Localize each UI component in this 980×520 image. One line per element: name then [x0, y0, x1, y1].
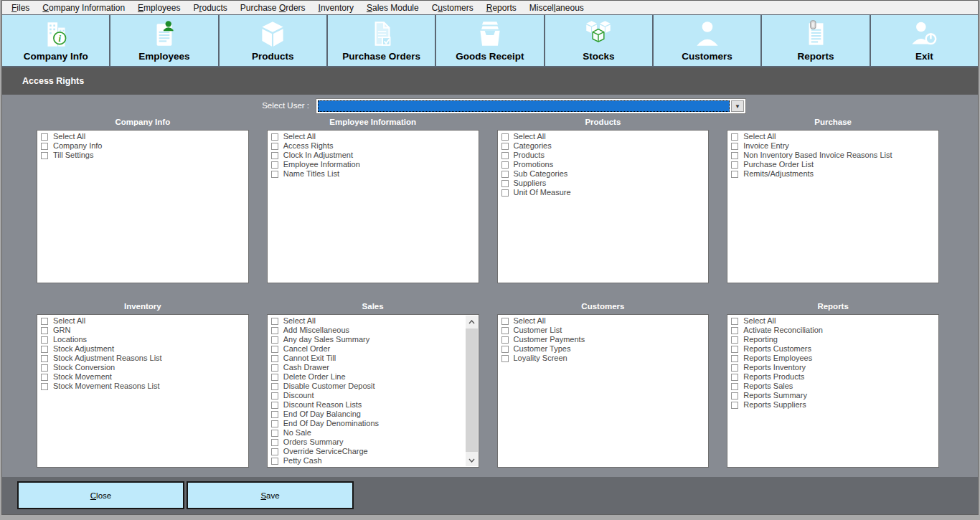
checkbox[interactable] [501, 180, 509, 187]
checkbox-item[interactable]: Sub Categories [498, 169, 709, 179]
checkbox[interactable] [731, 133, 738, 141]
checkbox[interactable] [271, 336, 278, 344]
chevron-down-icon[interactable]: ▼ [731, 100, 744, 112]
checkbox[interactable] [271, 133, 278, 141]
checkbox-item[interactable]: Orders Summary [268, 438, 479, 447]
checkbox[interactable] [501, 143, 509, 150]
menu-item-customers[interactable]: Customers [425, 1, 480, 14]
checkbox-item[interactable]: Cancel Order [268, 344, 479, 354]
scrollbar[interactable] [466, 316, 478, 466]
checkbox[interactable] [731, 143, 738, 150]
checkbox[interactable] [41, 364, 48, 372]
checkbox-item[interactable]: Delete Order Line [268, 372, 479, 382]
menu-item-reports[interactable]: Reports [480, 1, 523, 14]
checkbox-item[interactable]: Access Rights [268, 141, 479, 151]
checkbox[interactable] [731, 383, 738, 390]
checkbox[interactable] [41, 346, 48, 353]
checkbox[interactable] [501, 346, 509, 353]
checkbox[interactable] [41, 336, 48, 344]
checkbox-item[interactable]: Add Miscellaneous [268, 326, 479, 335]
checkbox-item[interactable]: Petty Cash [268, 456, 479, 465]
checkbox-item[interactable]: Override ServiceCharge [268, 447, 479, 456]
checkbox[interactable] [41, 152, 48, 159]
checkbox-item[interactable]: Select All [727, 132, 938, 141]
checkbox[interactable] [501, 133, 509, 141]
menu-item-company-information[interactable]: Company Information [36, 1, 131, 14]
checkbox[interactable] [731, 161, 738, 169]
checkbox[interactable] [271, 364, 278, 372]
checkbox-item[interactable]: Stock Conversion [37, 363, 248, 372]
checkbox[interactable] [501, 318, 509, 325]
checkbox-item[interactable]: Discount [268, 391, 479, 400]
toolbar-button-goods-receipt[interactable]: Goods Receipt [436, 15, 545, 66]
checkbox[interactable] [271, 402, 278, 409]
checkbox-item[interactable]: Promotions [498, 160, 709, 169]
checkbox[interactable] [731, 346, 738, 353]
checkbox[interactable] [501, 171, 509, 178]
checkbox[interactable] [41, 383, 48, 390]
select-user-combobox[interactable]: ▼ [316, 98, 746, 114]
checkbox[interactable] [271, 383, 278, 390]
toolbar-button-customers[interactable]: Customers [654, 15, 762, 66]
toolbar-button-stocks[interactable]: Stocks [545, 15, 654, 66]
checkbox[interactable] [271, 152, 278, 159]
menu-item-sales-module[interactable]: Sales Module [360, 1, 425, 14]
checkbox-item[interactable]: Reports Customers [727, 344, 938, 354]
checkbox[interactable] [271, 327, 278, 334]
checkbox-item[interactable]: Customer Payments [498, 335, 709, 344]
checkbox[interactable] [271, 161, 278, 169]
checkbox-item[interactable]: Employee Information [268, 160, 479, 169]
checkbox-item[interactable]: Disable Customer Deposit [268, 382, 479, 391]
toolbar-button-employees[interactable]: Employees [110, 15, 219, 66]
checkbox[interactable] [731, 336, 738, 344]
checkbox-item[interactable]: Customer List [498, 326, 709, 335]
checkbox[interactable] [501, 327, 509, 334]
checkbox[interactable] [271, 355, 278, 362]
menu-item-purchase-orders[interactable]: Purchase Orders [234, 1, 312, 14]
checkbox-item[interactable]: End Of Day Balancing [268, 410, 479, 419]
checkbox[interactable] [271, 411, 278, 418]
checkbox-item[interactable]: Reports Products [727, 372, 938, 382]
checkbox-item[interactable]: Reports Summary [727, 391, 938, 400]
checkbox-item[interactable]: Cash Drawer [268, 363, 479, 372]
close-button[interactable]: Close [17, 481, 184, 509]
checkbox[interactable] [731, 318, 738, 325]
checkbox[interactable] [271, 346, 278, 353]
checkbox[interactable] [41, 318, 48, 325]
toolbar-button-purchase-orders[interactable]: Purchase Orders [328, 15, 436, 66]
checkbox-item[interactable]: Categories [498, 141, 709, 151]
checkbox-item[interactable]: Reports Suppliers [727, 400, 938, 410]
checkbox-item[interactable]: Invoice Entry [727, 141, 938, 151]
checkbox[interactable] [41, 143, 48, 150]
checkbox-item[interactable]: No Sale [268, 428, 479, 438]
checkbox-item[interactable]: GRN [37, 326, 248, 335]
checkbox-item[interactable]: Select All [727, 316, 938, 326]
checkbox-item[interactable]: Select All [498, 316, 709, 326]
checkbox-item[interactable]: Stock Adjustment Reasons List [37, 354, 248, 363]
menu-item-inventory[interactable]: Inventory [312, 1, 360, 14]
checkbox-item[interactable]: Select All [268, 132, 479, 141]
select-user-value[interactable] [318, 100, 730, 112]
checkbox[interactable] [501, 161, 509, 169]
checkbox[interactable] [731, 355, 738, 362]
checkbox-item[interactable]: Stock Movement [37, 372, 248, 382]
checkbox[interactable] [731, 364, 738, 372]
checkbox-item[interactable]: Select All [268, 316, 479, 326]
checkbox-item[interactable]: Suppliers [498, 179, 709, 188]
checkbox[interactable] [731, 171, 738, 178]
checkbox[interactable] [731, 152, 738, 159]
checkbox[interactable] [41, 133, 48, 141]
checkbox[interactable] [731, 374, 738, 381]
checkbox[interactable] [271, 318, 278, 325]
checkbox-item[interactable]: Reports Inventory [727, 363, 938, 372]
checkbox-item[interactable]: Reports Sales [727, 382, 938, 391]
checkbox-item[interactable]: Name Titles List [268, 169, 479, 179]
checkbox-item[interactable]: Select All [498, 132, 709, 141]
menu-item-products[interactable]: Products [187, 1, 233, 14]
checkbox-item[interactable]: Stock Adjustment [37, 344, 248, 354]
menu-item-miscellaneous[interactable]: Miscellaneous [523, 1, 590, 14]
checkbox[interactable] [41, 355, 48, 362]
scrollbar-thumb[interactable] [466, 328, 478, 452]
checkbox-item[interactable]: Remits/Adjustments [727, 169, 938, 179]
toolbar-button-company-info[interactable]: i Company Info [2, 15, 110, 66]
